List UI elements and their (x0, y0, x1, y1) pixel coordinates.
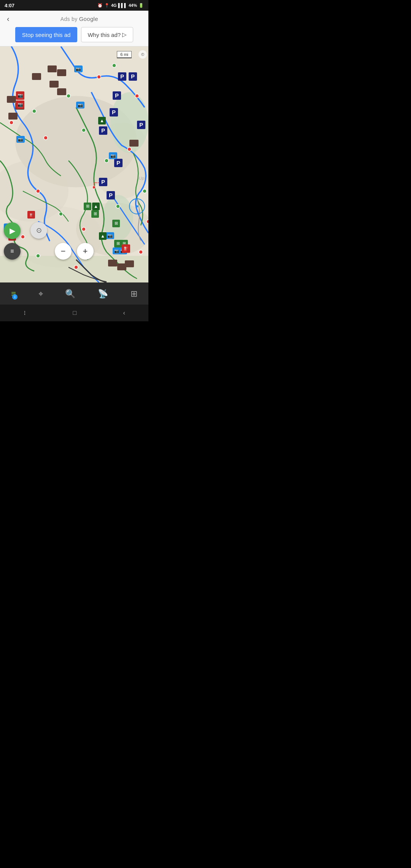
battery-label: 44% (129, 3, 137, 8)
svg-point-15 (36, 189, 40, 193)
svg-text:📷: 📷 (18, 102, 23, 107)
svg-point-26 (59, 212, 63, 216)
map-view[interactable]: P P P P P P P P P 📷 📷 📷 📷 📷 📷 (0, 46, 148, 282)
svg-point-25 (105, 159, 108, 163)
location-icon: 📍 (104, 3, 110, 8)
svg-point-106 (92, 186, 96, 189)
svg-point-22 (67, 94, 70, 98)
zoom-out-button[interactable]: − (55, 243, 72, 260)
svg-point-20 (74, 265, 78, 269)
svg-text:▲: ▲ (94, 204, 98, 209)
search-icon: 🔍 (65, 289, 75, 299)
svg-text:P: P (139, 121, 143, 128)
add-layer-icon: ⊞ (131, 289, 137, 299)
signal-icon: 📡 (98, 289, 108, 299)
target-icon: ⌖ (38, 289, 43, 299)
svg-point-30 (143, 189, 147, 193)
svg-rect-88 (8, 113, 18, 120)
nav-item-target[interactable]: ⌖ (38, 289, 43, 299)
svg-text:⛽: ⛽ (123, 246, 129, 251)
svg-point-12 (135, 94, 139, 98)
nav-item-add-layer[interactable]: ⊞ (131, 289, 137, 299)
svg-text:P: P (112, 109, 116, 115)
android-back-button[interactable]: ‹ (123, 310, 125, 316)
google-brand: Google (79, 16, 98, 22)
map-scale: 6 mi (117, 51, 132, 58)
nav-item-menu[interactable]: ≡ i (11, 289, 16, 299)
svg-text:⊞: ⊞ (116, 241, 120, 246)
ad-banner: ‹ Ads by Google Stop seeing this ad Why … (0, 11, 148, 46)
bottom-navigation: ≡ i ⌖ 🔍 📡 ⊞ (0, 282, 148, 305)
android-home-button[interactable]: □ (73, 310, 76, 316)
svg-point-11 (97, 75, 101, 79)
why-ad-icon: ▷ (122, 31, 127, 38)
layers-button[interactable]: ≡ (4, 243, 21, 260)
svg-text:P: P (109, 192, 113, 198)
svg-text:P: P (101, 179, 105, 185)
svg-point-9 (10, 121, 13, 124)
copyright-button[interactable]: © (139, 50, 147, 59)
svg-point-21 (32, 109, 36, 113)
svg-text:📷: 📷 (76, 66, 81, 72)
svg-point-109 (97, 182, 99, 183)
play-button[interactable]: ▶ (4, 222, 21, 239)
svg-text:📷: 📷 (18, 137, 23, 142)
nav-item-search[interactable]: 🔍 (65, 289, 75, 299)
svg-text:P: P (131, 73, 135, 80)
svg-rect-87 (7, 96, 16, 103)
svg-text:▲: ▲ (100, 118, 104, 123)
battery-icon: 🔋 (139, 3, 144, 8)
android-menu-button[interactable]: ⫶ (23, 310, 26, 316)
svg-text:📷: 📷 (114, 248, 119, 254)
svg-rect-91 (57, 69, 66, 76)
svg-point-16 (21, 235, 25, 239)
svg-text:⊞: ⊞ (94, 211, 97, 216)
map-left-controls: ▶ ≡ (4, 222, 21, 260)
status-time: 4:07 (5, 3, 14, 8)
svg-rect-96 (108, 260, 117, 266)
svg-text:P: P (116, 160, 120, 166)
svg-text:▲: ▲ (100, 233, 105, 239)
svg-rect-95 (129, 140, 139, 147)
alarm-icon: ⏰ (97, 3, 103, 8)
svg-text:⊞: ⊞ (115, 221, 118, 225)
zoom-controls: − + (55, 243, 94, 260)
svg-rect-98 (125, 260, 134, 267)
svg-text:📷: 📷 (107, 233, 113, 238)
svg-text:⛽: ⛽ (29, 213, 34, 217)
svg-point-18 (147, 220, 148, 223)
nav-item-signal[interactable]: 📡 (98, 289, 108, 299)
signal-icon: ▌▌▌ (118, 3, 127, 8)
svg-point-23 (112, 64, 116, 67)
ad-action-buttons: Stop seeing this ad Why this ad? ▷ (5, 27, 144, 42)
svg-text:📷: 📷 (78, 102, 83, 108)
svg-rect-93 (49, 81, 59, 88)
ads-by-google-label: Ads by Google (15, 16, 144, 22)
svg-text:📷: 📷 (110, 153, 116, 158)
why-this-ad-button[interactable]: Why this ad? ▷ (81, 27, 133, 42)
svg-rect-90 (48, 65, 57, 72)
svg-text:P: P (115, 92, 119, 99)
gps-icon: ⊙ (36, 226, 42, 235)
network-icon: 4G (111, 3, 117, 8)
svg-text:P: P (101, 127, 105, 134)
svg-point-19 (139, 250, 143, 254)
android-nav-bar: ⫶ □ ‹ (0, 305, 148, 321)
svg-point-10 (44, 136, 48, 140)
status-icons: ⏰ 📍 4G ▌▌▌ 44% 🔋 (97, 3, 144, 8)
svg-text:📷: 📷 (18, 93, 23, 98)
gps-button[interactable]: ⊙ (30, 222, 47, 239)
svg-text:Up: Up (139, 176, 144, 180)
svg-text:P: P (120, 73, 124, 80)
svg-point-17 (82, 227, 86, 231)
zoom-in-button[interactable]: + (77, 243, 94, 260)
svg-rect-92 (32, 73, 41, 80)
svg-text:⊞: ⊞ (86, 204, 89, 208)
ad-top-row: ‹ Ads by Google (5, 14, 144, 24)
svg-point-13 (127, 147, 131, 151)
stop-seeing-ad-button[interactable]: Stop seeing this ad (15, 27, 78, 42)
svg-point-27 (116, 204, 120, 208)
svg-rect-94 (57, 88, 66, 95)
status-bar: 4:07 ⏰ 📍 4G ▌▌▌ 44% 🔋 (0, 0, 148, 11)
back-button[interactable]: ‹ (5, 14, 12, 24)
